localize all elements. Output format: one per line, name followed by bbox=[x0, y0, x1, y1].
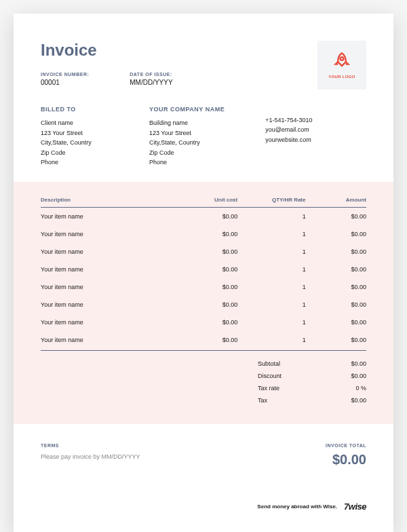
item-row: Your item name$0.001$0.00 bbox=[41, 243, 366, 261]
item-row: Your item name$0.001$0.00 bbox=[41, 314, 366, 331]
item-desc: Your item name bbox=[41, 337, 177, 343]
header-row: Invoice INVOICE NUMBER: 00001 DATE OF IS… bbox=[41, 41, 366, 90]
item-qty: 1 bbox=[237, 213, 305, 220]
billed-to-label: BILLED TO bbox=[41, 104, 109, 114]
subtotal-label: Subtotal bbox=[258, 360, 319, 367]
item-cost: $0.00 bbox=[177, 213, 237, 220]
taxrate-value: 0 % bbox=[319, 385, 366, 392]
tax-label: Tax bbox=[258, 397, 319, 404]
discount-label: Discount bbox=[258, 373, 319, 379]
billed-to-line: Zip Code bbox=[41, 148, 109, 157]
item-qty: 1 bbox=[237, 319, 305, 326]
item-cost: $0.00 bbox=[177, 266, 237, 273]
col-header-unit-cost: Unit cost bbox=[177, 197, 237, 203]
page-title: Invoice bbox=[41, 41, 317, 60]
contact-website: yourwebsite.com bbox=[265, 135, 333, 145]
col-header-description: Description bbox=[41, 197, 177, 203]
invoice-total-block: INVOICE TOTAL $0.00 bbox=[326, 443, 366, 468]
item-row: Your item name$0.001$0.00 bbox=[41, 331, 366, 349]
item-cost: $0.00 bbox=[177, 231, 237, 238]
logo-text: YOUR LOGO bbox=[328, 75, 355, 79]
taxrate-label: Tax rate bbox=[258, 385, 319, 392]
billed-to-line: 123 Your Street bbox=[41, 128, 109, 138]
invoice-number-label: INVOICE NUMBER: bbox=[41, 72, 89, 77]
billed-to-block: BILLED TO Client name 123 Your Street Ci… bbox=[41, 104, 109, 167]
item-amt: $0.00 bbox=[306, 231, 366, 238]
invoice-page: Invoice INVOICE NUMBER: 00001 DATE OF IS… bbox=[14, 14, 393, 532]
company-line: Phone bbox=[149, 157, 225, 167]
item-cost: $0.00 bbox=[177, 248, 237, 255]
wise-tagline: Send money abroad with Wise. bbox=[257, 504, 337, 510]
item-qty: 1 bbox=[237, 284, 305, 290]
date-block: DATE OF ISSUE: MM/DD/YYYY bbox=[130, 72, 172, 86]
totals-divider bbox=[41, 350, 366, 351]
discount-value: $0.00 bbox=[319, 373, 366, 379]
invoice-number-block: INVOICE NUMBER: 00001 bbox=[41, 72, 89, 86]
footer-row: TERMS Please pay invoice by MM/DD/YYYY I… bbox=[41, 443, 366, 468]
terms-text: Please pay invoice by MM/DD/YYYY bbox=[41, 453, 140, 460]
item-desc: Your item name bbox=[41, 301, 177, 308]
contact-phone: +1-541-754-3010 bbox=[265, 115, 333, 125]
items-body: Your item name$0.001$0.00Your item name$… bbox=[41, 208, 366, 349]
item-desc: Your item name bbox=[41, 213, 177, 220]
item-row: Your item name$0.001$0.00 bbox=[41, 296, 366, 314]
item-cost: $0.00 bbox=[177, 301, 237, 308]
item-amt: $0.00 bbox=[306, 266, 366, 273]
taxrate-row: Tax rate 0 % bbox=[41, 382, 366, 394]
item-amt: $0.00 bbox=[306, 301, 366, 308]
item-qty: 1 bbox=[237, 337, 305, 343]
company-line: Building name bbox=[149, 118, 225, 128]
billed-to-line: Client name bbox=[41, 118, 109, 128]
company-line: 123 Your Street bbox=[149, 128, 225, 138]
item-cost: $0.00 bbox=[177, 337, 237, 343]
item-cost: $0.00 bbox=[177, 319, 237, 326]
company-line: Zip Code bbox=[149, 148, 225, 157]
items-section: Description Unit cost QTY/HR Rate Amount… bbox=[14, 182, 393, 424]
tax-row: Tax $0.00 bbox=[41, 394, 366, 406]
item-desc: Your item name bbox=[41, 284, 177, 290]
company-block: YOUR COMPANY NAME Building name 123 Your… bbox=[149, 104, 225, 167]
terms-block: TERMS Please pay invoice by MM/DD/YYYY bbox=[41, 443, 140, 460]
item-amt: $0.00 bbox=[306, 337, 366, 343]
item-qty: 1 bbox=[237, 301, 305, 308]
company-label: YOUR COMPANY NAME bbox=[149, 104, 225, 114]
date-value: MM/DD/YYYY bbox=[130, 79, 172, 86]
totals-block: Subtotal $0.00 Discount $0.00 Tax rate 0… bbox=[41, 358, 366, 406]
wise-logo: 7wise bbox=[344, 501, 366, 512]
item-desc: Your item name bbox=[41, 231, 177, 238]
invoice-number-value: 00001 bbox=[41, 79, 89, 86]
item-amt: $0.00 bbox=[306, 284, 366, 290]
item-desc: Your item name bbox=[41, 266, 177, 273]
company-line: City,State, Country bbox=[149, 138, 225, 147]
item-amt: $0.00 bbox=[306, 319, 366, 326]
date-label: DATE OF ISSUE: bbox=[130, 72, 172, 77]
items-header: Description Unit cost QTY/HR Rate Amount bbox=[41, 197, 366, 208]
billed-to-line: City,State, Country bbox=[41, 138, 109, 147]
item-desc: Your item name bbox=[41, 248, 177, 255]
contact-email: you@email.com bbox=[265, 125, 333, 134]
item-amt: $0.00 bbox=[306, 213, 366, 220]
parties-row: BILLED TO Client name 123 Your Street Ci… bbox=[41, 104, 366, 167]
item-row: Your item name$0.001$0.00 bbox=[41, 261, 366, 278]
terms-label: TERMS bbox=[41, 443, 140, 448]
item-cost: $0.00 bbox=[177, 284, 237, 290]
item-row: Your item name$0.001$0.00 bbox=[41, 208, 366, 225]
tax-value: $0.00 bbox=[319, 397, 366, 404]
logo-placeholder: YOUR LOGO bbox=[317, 41, 366, 90]
item-row: Your item name$0.001$0.00 bbox=[41, 278, 366, 296]
item-qty: 1 bbox=[237, 248, 305, 255]
subtotal-value: $0.00 bbox=[319, 360, 366, 367]
svg-point-0 bbox=[341, 57, 344, 60]
billed-to-line: Phone bbox=[41, 157, 109, 167]
meta-row: INVOICE NUMBER: 00001 DATE OF ISSUE: MM/… bbox=[41, 72, 317, 86]
item-qty: 1 bbox=[237, 231, 305, 238]
item-desc: Your item name bbox=[41, 319, 177, 326]
header-left: Invoice INVOICE NUMBER: 00001 DATE OF IS… bbox=[41, 41, 317, 86]
col-header-amount: Amount bbox=[306, 197, 366, 203]
invoice-total-label: INVOICE TOTAL bbox=[326, 443, 366, 448]
invoice-total-value: $0.00 bbox=[326, 452, 366, 468]
rocket-icon bbox=[332, 52, 351, 72]
item-amt: $0.00 bbox=[306, 248, 366, 255]
subtotal-row: Subtotal $0.00 bbox=[41, 358, 366, 370]
discount-row: Discount $0.00 bbox=[41, 370, 366, 382]
